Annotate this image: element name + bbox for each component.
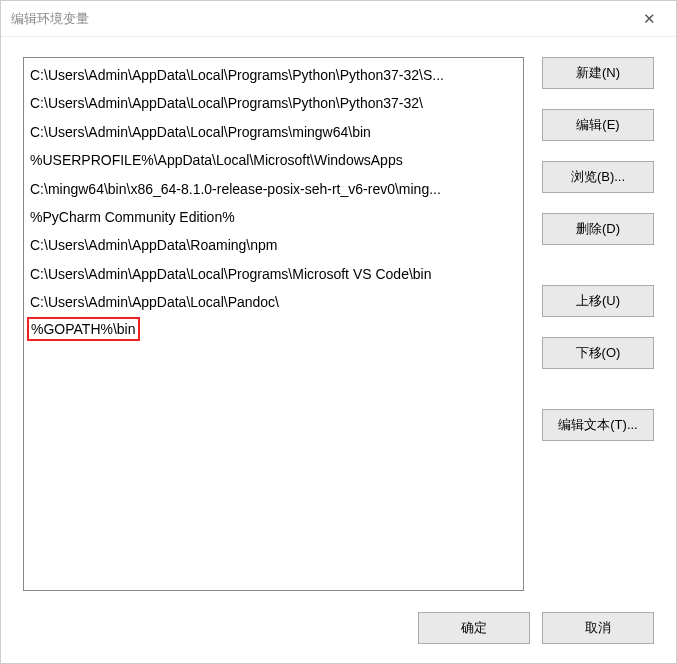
list-item[interactable]: C:\Users\Admin\AppData\Roaming\npm: [24, 231, 523, 259]
window-title: 编辑环境变量: [11, 10, 89, 28]
list-item[interactable]: C:\Users\Admin\AppData\Local\Programs\Mi…: [24, 260, 523, 288]
edit-button[interactable]: 编辑(E): [542, 109, 654, 141]
delete-button[interactable]: 删除(D): [542, 213, 654, 245]
list-item[interactable]: C:\Users\Admin\AppData\Local\Programs\Py…: [24, 89, 523, 117]
list-item[interactable]: %USERPROFILE%\AppData\Local\Microsoft\Wi…: [24, 146, 523, 174]
browse-button[interactable]: 浏览(B)...: [542, 161, 654, 193]
move-down-button[interactable]: 下移(O): [542, 337, 654, 369]
dialog-window: 编辑环境变量 ✕ C:\Users\Admin\AppData\Local\Pr…: [0, 0, 677, 664]
dialog-footer: 确定 取消: [1, 603, 676, 663]
new-button[interactable]: 新建(N): [542, 57, 654, 89]
path-listbox[interactable]: C:\Users\Admin\AppData\Local\Programs\Py…: [23, 57, 524, 591]
close-icon[interactable]: ✕: [634, 10, 664, 28]
list-item[interactable]: C:\Users\Admin\AppData\Local\Pandoc\: [24, 288, 523, 316]
move-up-button[interactable]: 上移(U): [542, 285, 654, 317]
list-item[interactable]: C:\mingw64\bin\x86_64-8.1.0-release-posi…: [24, 175, 523, 203]
cancel-button[interactable]: 取消: [542, 612, 654, 644]
list-item-highlighted[interactable]: %GOPATH%\bin: [27, 317, 140, 341]
titlebar: 编辑环境变量 ✕: [1, 1, 676, 37]
list-item[interactable]: %PyCharm Community Edition%: [24, 203, 523, 231]
ok-button[interactable]: 确定: [418, 612, 530, 644]
list-item[interactable]: C:\Users\Admin\AppData\Local\Programs\mi…: [24, 118, 523, 146]
edit-text-button[interactable]: 编辑文本(T)...: [542, 409, 654, 441]
list-item[interactable]: C:\Users\Admin\AppData\Local\Programs\Py…: [24, 61, 523, 89]
side-button-group: 新建(N) 编辑(E) 浏览(B)... 删除(D) 上移(U) 下移(O) 编…: [542, 57, 654, 591]
content-area: C:\Users\Admin\AppData\Local\Programs\Py…: [1, 37, 676, 603]
